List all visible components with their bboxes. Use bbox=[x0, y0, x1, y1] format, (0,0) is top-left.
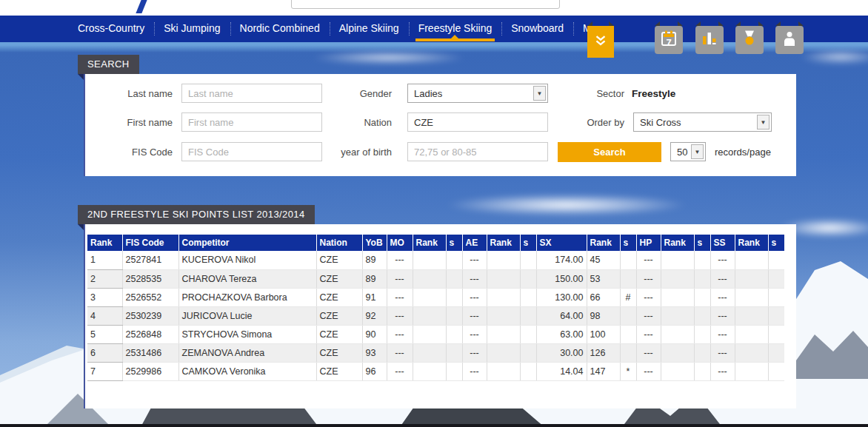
column-header-competitor[interactable]: Competitor bbox=[178, 235, 316, 251]
points-list-title: 2ND FREESTYLE SKI POINTS LIST 2013/2014 bbox=[78, 205, 315, 224]
cell-ss: --- bbox=[710, 325, 735, 343]
column-header-ae-rank[interactable]: Rank bbox=[487, 235, 520, 251]
nav-item-ski-jumping[interactable]: Ski Jumping bbox=[154, 16, 230, 42]
nation-label: Nation bbox=[300, 117, 392, 128]
fold-decoration bbox=[758, 21, 764, 26]
column-header-sx-s[interactable]: s bbox=[620, 235, 636, 251]
calendar-icon-button[interactable]: 7 bbox=[655, 26, 683, 54]
cell-yob: 96 bbox=[362, 362, 387, 380]
cell-sx-s: * bbox=[620, 362, 636, 380]
last-name-label: Last name bbox=[85, 88, 173, 99]
cell-ss-rank bbox=[735, 343, 768, 362]
column-header-sx-rank[interactable]: Rank bbox=[587, 235, 620, 251]
athlete-icon-button[interactable] bbox=[775, 26, 804, 54]
medal-icon-button[interactable] bbox=[735, 26, 764, 54]
nav-item-snowboard[interactable]: Snowboard bbox=[501, 16, 573, 42]
column-header-sx[interactable]: SX bbox=[536, 235, 587, 251]
footer-strip bbox=[0, 424, 868, 427]
cell-hp-rank bbox=[661, 306, 694, 325]
gender-select[interactable]: Ladies ▼ bbox=[407, 84, 548, 103]
fold-decoration bbox=[78, 74, 84, 80]
column-header-ae[interactable]: AE bbox=[462, 235, 487, 251]
fold-decoration bbox=[735, 21, 741, 26]
year-of-birth-input[interactable] bbox=[407, 142, 548, 161]
table-row: 22528535CHAROVA TerezaCZE89------150.005… bbox=[87, 269, 784, 288]
cell-sx: 64.00 bbox=[536, 306, 587, 325]
points-list-panel: RankFIS CodeCompetitorNationYoBMORanksAE… bbox=[84, 224, 796, 408]
nav-item-cross-country[interactable]: Cross-Country bbox=[68, 16, 154, 42]
cell-ss-s bbox=[768, 343, 784, 362]
cell-ae: --- bbox=[462, 325, 487, 343]
column-header-ss-s[interactable]: s bbox=[768, 235, 784, 251]
cell-hp-s bbox=[694, 306, 710, 325]
cell-hp-s bbox=[694, 288, 710, 306]
cell-mo-rank bbox=[413, 362, 446, 380]
fold-decoration bbox=[78, 224, 84, 230]
column-header-nation[interactable]: Nation bbox=[316, 235, 362, 251]
active-tab-underline bbox=[415, 38, 495, 41]
cell-sx-rank: 98 bbox=[587, 306, 620, 325]
nation-input[interactable] bbox=[407, 112, 548, 132]
table-row: 52526848STRYCHOVA SimonaCZE90------63.00… bbox=[87, 325, 784, 343]
order-by-select-value: Ski Cross bbox=[640, 117, 681, 128]
nav-item-nordic-combined[interactable]: Nordic Combined bbox=[230, 16, 330, 42]
cell-yob: 89 bbox=[362, 251, 387, 269]
records-per-page-select[interactable]: 50 ▼ bbox=[670, 142, 706, 161]
cell-nation: CZE bbox=[316, 269, 362, 288]
column-header-mo-s[interactable]: s bbox=[446, 235, 462, 251]
cell-fis-code: 2531486 bbox=[122, 343, 178, 362]
column-header-hp[interactable]: HP bbox=[636, 235, 661, 251]
column-header-ae-s[interactable]: s bbox=[520, 235, 536, 251]
cell-fis-code: 2527841 bbox=[122, 251, 178, 269]
cell-nation: CZE bbox=[316, 362, 362, 380]
column-header-yob[interactable]: YoB bbox=[362, 235, 387, 251]
cell-hp: --- bbox=[636, 325, 661, 343]
cell-hp-rank bbox=[661, 343, 694, 362]
column-header-rank[interactable]: Rank bbox=[87, 235, 122, 251]
column-header-ss-rank[interactable]: Rank bbox=[735, 235, 768, 251]
cell-ss-s bbox=[768, 269, 784, 288]
cell-hp-rank bbox=[661, 288, 694, 306]
cell-sx: 14.04 bbox=[536, 362, 587, 380]
nav-item-freestyle-skiing[interactable]: Freestyle Skiing bbox=[409, 16, 502, 42]
column-header-mo-rank[interactable]: Rank bbox=[413, 235, 446, 251]
cell-rank: 6 bbox=[87, 343, 122, 362]
fold-decoration bbox=[609, 21, 614, 26]
cell-hp: --- bbox=[636, 306, 661, 325]
cell-ss-s bbox=[768, 251, 784, 269]
site-search-input[interactable] bbox=[291, 0, 560, 9]
cell-hp: --- bbox=[636, 288, 661, 306]
cell-hp-s bbox=[694, 325, 710, 343]
cell-ss: --- bbox=[710, 269, 735, 288]
sector-label: Sector bbox=[535, 88, 624, 99]
cell-rank: 1 bbox=[87, 251, 122, 269]
cell-mo-rank bbox=[413, 306, 446, 325]
expand-menu-button[interactable] bbox=[587, 26, 614, 58]
cell-mo-rank bbox=[413, 269, 446, 288]
nav-item-alpine-skiing[interactable]: Alpine Skiing bbox=[330, 16, 409, 42]
cell-sx-rank: 126 bbox=[587, 343, 620, 362]
column-header-mo[interactable]: MO bbox=[387, 235, 413, 251]
cell-ss-s bbox=[768, 362, 784, 380]
cell-rank: 4 bbox=[87, 306, 122, 325]
order-by-select[interactable]: Ski Cross ▼ bbox=[633, 112, 772, 132]
cell-hp: --- bbox=[636, 362, 661, 380]
search-button[interactable]: Search bbox=[558, 142, 661, 162]
cell-ae-rank bbox=[487, 362, 520, 380]
cell-competitor: JURICOVA Lucie bbox=[178, 306, 316, 325]
stats-icon-button[interactable] bbox=[695, 26, 724, 54]
cell-mo: --- bbox=[387, 269, 413, 288]
cell-mo: --- bbox=[387, 306, 413, 325]
nav-item-label: Ski Jumping bbox=[164, 22, 220, 34]
cell-ss-rank bbox=[735, 269, 768, 288]
cloud bbox=[800, 50, 868, 64]
column-header-ss[interactable]: SS bbox=[710, 235, 735, 251]
cell-ss-rank bbox=[735, 306, 768, 325]
cell-sx-rank: 100 bbox=[587, 325, 620, 343]
column-header-hp-rank[interactable]: Rank bbox=[661, 235, 694, 251]
cell-ae-s bbox=[520, 251, 536, 269]
column-header-fis-code[interactable]: FIS Code bbox=[122, 235, 178, 251]
cell-sx: 30.00 bbox=[536, 343, 587, 362]
column-header-hp-s[interactable]: s bbox=[694, 235, 710, 251]
cell-competitor: ZEMANOVA Andrea bbox=[178, 343, 316, 362]
